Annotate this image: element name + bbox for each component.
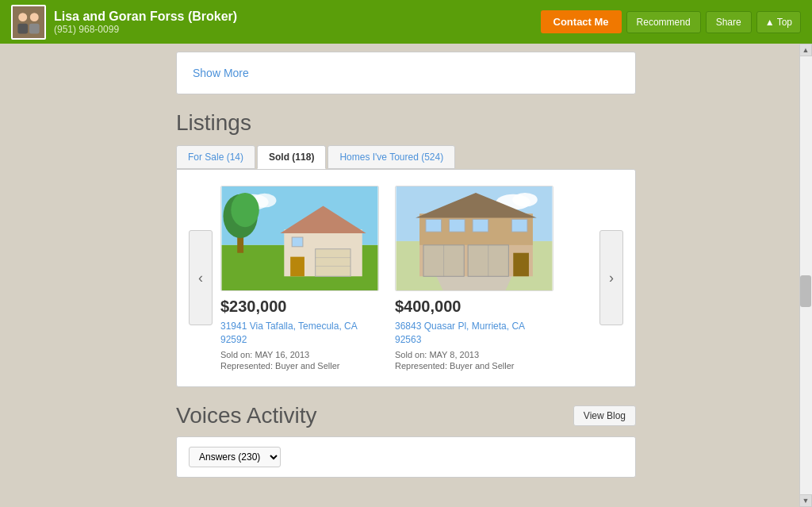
svg-point-1 — [18, 13, 27, 21]
view-blog-button[interactable]: View Blog — [573, 405, 636, 426]
listing-rep-2: Represented: Buyer and Seller — [395, 361, 553, 371]
tab-sold[interactable]: Sold (118) — [257, 145, 326, 169]
header: Lisa and Goran Forss (Broker) (951) 968-… — [0, 0, 812, 44]
svg-rect-32 — [449, 219, 465, 232]
listings-panel: ‹ — [176, 169, 636, 387]
answers-select[interactable]: Answers (230) — [189, 447, 281, 467]
svg-rect-14 — [316, 249, 350, 276]
svg-rect-35 — [513, 253, 529, 277]
listings-title: Listings — [176, 110, 636, 136]
tab-for-sale[interactable]: For Sale (14) — [176, 145, 255, 169]
contact-me-button[interactable]: Contact Me — [541, 10, 622, 33]
svg-rect-4 — [29, 23, 40, 33]
listing-image-2 — [395, 186, 553, 291]
listing-price-2: $400,000 — [395, 298, 553, 316]
recommend-button[interactable]: Recommend — [626, 11, 701, 33]
listing-image-1 — [220, 186, 379, 291]
carousel-prev-button[interactable]: ‹ — [189, 230, 213, 325]
voices-title: Voices Activity — [176, 403, 316, 428]
listing-address-2[interactable]: 36843 Quasar Pl, Murrieta, CA 92563 — [395, 320, 553, 347]
svg-rect-2 — [17, 23, 28, 33]
svg-rect-31 — [426, 219, 442, 232]
main-content: Show More Listings For Sale (14) Sold (1… — [0, 52, 812, 507]
tab-toured[interactable]: Homes I've Toured (524) — [327, 145, 455, 169]
svg-point-3 — [30, 13, 39, 21]
svg-rect-18 — [292, 237, 303, 247]
svg-rect-17 — [290, 257, 304, 277]
share-button[interactable]: Share — [706, 11, 752, 33]
svg-rect-34 — [511, 219, 527, 232]
show-more-link[interactable]: Show More — [193, 67, 249, 79]
scrollbar: ▲ ▼ — [799, 44, 812, 507]
svg-rect-0 — [13, 6, 44, 38]
listings-tabs: For Sale (14) Sold (118) Homes I've Tour… — [176, 145, 636, 169]
listing-address-1[interactable]: 31941 Via Tafalla, Temecula, CA 92592 — [220, 320, 379, 347]
header-buttons: Contact Me Recommend Share ▲ Top — [541, 10, 801, 33]
answers-dropdown: Answers (230) — [189, 447, 623, 467]
scrollbar-down-button[interactable]: ▼ — [799, 494, 812, 507]
listing-sold-1: Sold on: MAY 16, 2013 — [220, 350, 379, 359]
top-button[interactable]: ▲ Top — [756, 11, 801, 33]
scrollbar-thumb[interactable] — [800, 275, 811, 307]
voices-panel: Answers (230) — [176, 436, 636, 478]
carousel-next-button[interactable]: › — [599, 230, 623, 325]
voices-header: Voices Activity View Blog — [176, 403, 636, 428]
listing-price-1: $230,000 — [220, 298, 379, 316]
listings-section: Listings For Sale (14) Sold (118) Homes … — [176, 110, 636, 387]
listing-card: $400,000 36843 Quasar Pl, Murrieta, CA 9… — [395, 186, 553, 371]
listing-sold-2: Sold on: MAY 8, 2013 — [395, 350, 553, 359]
svg-point-21 — [512, 193, 538, 207]
listing-rep-1: Represented: Buyer and Seller — [220, 361, 379, 371]
voices-section: Voices Activity View Blog Answers (230) — [176, 403, 636, 478]
svg-point-11 — [231, 193, 259, 227]
show-more-section: Show More — [176, 52, 636, 94]
avatar — [11, 5, 46, 40]
scrollbar-up-button[interactable]: ▲ — [799, 44, 812, 56]
svg-rect-33 — [473, 219, 488, 232]
listing-card: $230,000 31941 Via Tafalla, Temecula, CA… — [220, 186, 379, 371]
listings-cards: $230,000 31941 Via Tafalla, Temecula, CA… — [213, 186, 599, 371]
broker-phone: (951) 968-0099 — [54, 24, 541, 35]
header-info: Lisa and Goran Forss (Broker) (951) 968-… — [54, 10, 541, 35]
broker-name: Lisa and Goran Forss (Broker) — [54, 10, 541, 24]
